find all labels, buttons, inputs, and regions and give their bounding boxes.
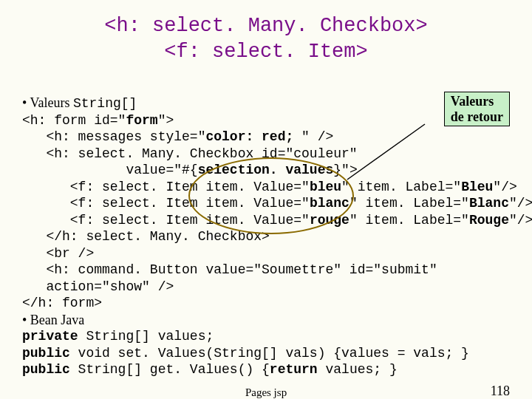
java-l1: private String[] values; (22, 328, 510, 345)
code-l2: <h: messages style="color: red; " /> (22, 129, 510, 146)
java-l3: public String[] get. Values() {return va… (22, 361, 510, 378)
code-l9: <br /> (22, 245, 510, 262)
slide-title: <h: select. Many. Checkbox> <f: select. … (0, 13, 532, 65)
content: • Valeurs String[] <h: form id="form"> <… (22, 95, 510, 378)
title-line2: <f: select. Item> (0, 39, 532, 65)
code-l5: <f: select. Item item. Value="bleu" item… (22, 179, 510, 196)
code-l10: <h: command. Button value="Soumettre" id… (22, 262, 510, 279)
code-l12: </h: form> (22, 295, 510, 312)
slide: <h: select. Many. Checkbox> <f: select. … (0, 13, 532, 399)
code-block: <h: form id="form"> <h: messages style="… (22, 112, 510, 312)
bullet1-mono: String[] (73, 96, 137, 111)
code-l8: </h: select. Many. Checkbox> (22, 228, 510, 245)
bullet-bean: • Bean Java (22, 312, 510, 329)
code-l4: value="#{selection. values}"> (22, 162, 510, 179)
java-l2: public void set. Values(String[] vals) {… (22, 345, 510, 362)
bullet-valeurs: • Valeurs String[] (22, 95, 510, 112)
java-block: private String[] values; public void set… (22, 328, 510, 378)
footer-center: Pages jsp (0, 386, 532, 399)
code-l11: action="show" /> (22, 279, 510, 296)
bullet1-text: • Valeurs (22, 95, 73, 110)
title-line1: <h: select. Many. Checkbox> (0, 13, 532, 39)
code-l3: <h: select. Many. Checkbox id="couleur" (22, 146, 510, 163)
code-l7: <f: select. Item item. Value="rouge" ite… (22, 212, 510, 229)
code-l1: <h: form id="form"> (22, 112, 510, 129)
code-l6: <f: select. Item item. Value="blanc" ite… (22, 195, 510, 212)
page-number: 118 (491, 383, 510, 399)
